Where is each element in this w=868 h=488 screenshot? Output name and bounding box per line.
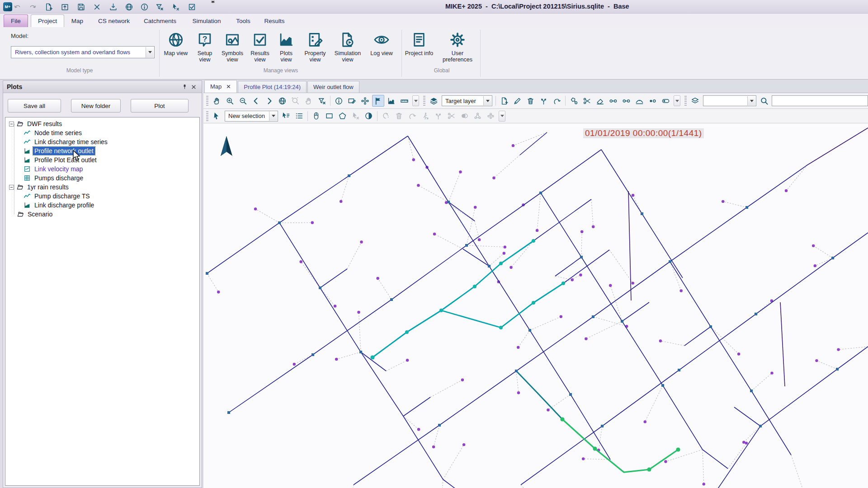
pin-icon[interactable] [180,83,189,91]
close-icon[interactable] [226,84,231,89]
chevron-down-icon[interactable] [146,47,154,57]
chain-button[interactable] [607,95,619,107]
toolbar-grip[interactable] [684,96,687,106]
target-layer-dropdown[interactable]: Target layer [442,95,492,106]
user-preferences-button[interactable]: User preferences [437,30,478,67]
eraser-button[interactable] [594,95,606,107]
toolbar-overflow-button[interactable] [499,111,505,122]
layer-select-dropdown[interactable] [703,95,756,106]
menu-tab-tools[interactable]: Tools [231,14,256,27]
simulation-view-button[interactable]: Simulation view [332,30,363,67]
branch-button[interactable] [432,110,444,122]
import-button[interactable] [107,1,119,12]
rotate-list-button[interactable] [380,110,392,122]
toolbar-grip[interactable] [206,96,208,106]
info-circle-button[interactable] [333,95,345,107]
toolbar-grip[interactable] [206,111,208,121]
tree-item-scenario[interactable]: Scenario [5,210,199,219]
overview-button[interactable] [359,95,371,107]
save-button[interactable] [75,1,87,12]
plots-button[interactable] [385,95,397,107]
save-all-button[interactable]: Save all [8,99,61,113]
validate-button[interactable] [186,1,198,12]
expander-icon[interactable] [9,185,14,190]
chevron-down-icon[interactable] [269,112,277,121]
setup-view-button[interactable]: ?Setup view [192,30,218,67]
hand-button[interactable] [211,95,223,107]
search-button[interactable] [758,95,770,107]
doc-plus-button[interactable] [498,95,510,107]
tree-item-link-discharge-time-series[interactable]: Link discharge time series [5,137,199,146]
trash-button[interactable] [524,95,537,107]
nodes3-button[interactable] [472,110,484,122]
property-view-button[interactable]: Property view [299,30,331,67]
toggle-button[interactable] [660,95,672,107]
tree-item-node-time-series[interactable]: Node time series [5,128,199,137]
new-folder-button[interactable]: New folder [71,99,121,113]
chev-right-button[interactable] [263,95,275,107]
close-icon[interactable] [189,83,198,91]
hand-button[interactable] [302,95,315,107]
ruler-button[interactable] [398,95,410,107]
plot-button[interactable]: Plot [131,99,189,113]
poly-link-button[interactable] [568,95,580,107]
tree-item-dwf-results[interactable]: DWF results [5,119,199,128]
menu-tab-results[interactable]: Results [259,14,289,27]
contrast-button[interactable] [363,110,375,122]
rect-tool-button[interactable] [323,110,335,122]
info-circle-button[interactable] [138,1,150,12]
menu-tab-map[interactable]: Map [66,14,89,27]
new-file-button[interactable] [42,1,54,12]
cursor-button[interactable] [211,110,223,122]
project-info-button[interactable]: Project info [404,30,434,67]
doc-tab-weir-outlet-flow[interactable]: Weir outlet flow [307,81,359,93]
pencil-button[interactable] [511,95,524,107]
arc-weir-button[interactable] [633,95,646,107]
log-view-button[interactable]: Log view [365,30,398,67]
redo-curve-button[interactable] [406,110,418,122]
scissors-button[interactable] [581,95,593,107]
menu-tab-file[interactable]: File [4,14,28,27]
undo-button[interactable] [11,1,23,12]
layers-outline-button[interactable] [689,95,701,107]
dot-pair-button[interactable] [646,95,659,107]
list-button[interactable] [293,110,305,122]
branch-button[interactable] [538,95,550,107]
scissors-button[interactable] [445,110,458,122]
symbols-view-button[interactable]: Symbols view [219,30,246,67]
toolbar-options-button[interactable] [207,1,219,12]
pointer-clear-button[interactable] [170,1,181,12]
map-view-button[interactable]: Map view [162,30,190,67]
tree-item-link-velocity-map[interactable]: Link velocity map [5,164,199,174]
chevron-down-icon[interactable] [483,96,491,105]
globe-button[interactable] [276,95,288,107]
clear-filter-button[interactable] [153,1,165,12]
expander-icon[interactable] [9,122,14,127]
tree-item-1yr-rain-results[interactable]: 1yr rain results [5,183,199,192]
flag-button[interactable] [372,95,384,107]
edit-rect-button[interactable] [346,95,358,107]
close-button[interactable] [91,1,103,12]
tree-item-profile-plot-east-outlet[interactable]: Profile Plot East outlet [5,155,199,164]
chevron-down-icon[interactable] [747,96,755,105]
toolbar-overflow-button[interactable] [674,95,680,106]
tree-item-profile-network-outlet[interactable]: Profile network outlet [5,146,199,155]
trash-button[interactable] [393,110,405,122]
zoom-region-button[interactable] [289,95,302,107]
selection-mode-dropdown[interactable]: New selection [225,111,278,122]
mouse-button[interactable] [310,110,322,122]
cursor-x-button[interactable] [349,110,362,122]
toolbar-grip[interactable] [423,96,425,106]
menu-tab-cs-network[interactable]: CS network [95,14,133,27]
pentagon-button[interactable] [336,110,349,122]
tree-item-pump-discharge-ts[interactable]: Pump discharge TS [5,192,199,201]
zoom-out-button[interactable] [237,95,249,107]
venn-button[interactable] [458,110,471,122]
map-canvas[interactable]: 01/01/2019 00:00:00(1/1441) [203,123,868,488]
doc-tab-profile-plot-14-19-24-[interactable]: Profile Plot (14:19:24) [238,81,307,93]
cursor-lines-button[interactable] [280,110,292,122]
nodes4-button[interactable] [485,110,497,122]
redo-button[interactable] [27,1,38,12]
clear-filter-button[interactable] [316,95,328,107]
open-project-button[interactable] [59,1,71,12]
